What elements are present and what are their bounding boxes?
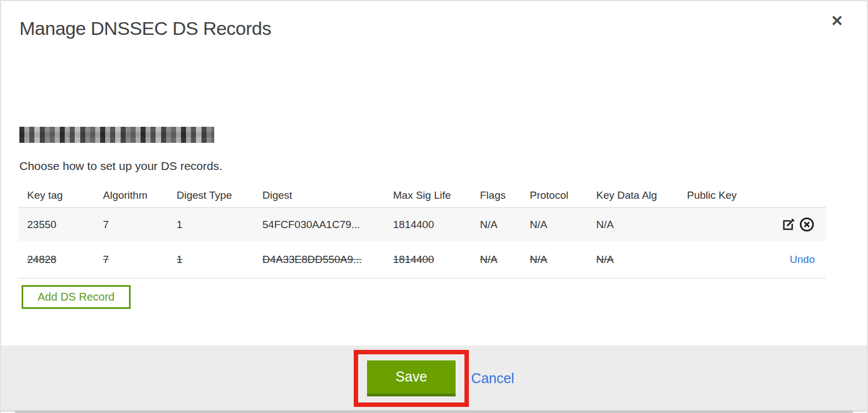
cell-key-data-alg: N/A	[587, 219, 678, 231]
cell-algorithm: 7	[94, 254, 167, 266]
cell-digest: D4A33E8DD550A9...	[253, 254, 384, 266]
cell-max-sig-life: 1814400	[384, 219, 471, 231]
cell-algorithm: 7	[94, 219, 167, 231]
delete-icon	[799, 216, 815, 233]
edit-record-button[interactable]	[780, 216, 797, 233]
close-icon: ✕	[831, 13, 844, 29]
column-header-public-key: Public Key	[678, 189, 754, 202]
table-row: 23550 7 1 54FCF030AA1C79... 1814400 N/A …	[18, 208, 826, 241]
ds-records-table: Key tag Algorithm Digest Type Digest Max…	[18, 184, 826, 278]
cancel-link[interactable]: Cancel	[471, 370, 514, 386]
cell-protocol: N/A	[520, 219, 587, 231]
column-header-digest: Digest	[253, 189, 384, 202]
cell-flags: N/A	[471, 254, 520, 266]
column-header-key-data-alg: Key Data Alg	[587, 189, 678, 202]
column-header-max-sig-life: Max Sig Life	[384, 189, 471, 202]
table-header-row: Key tag Algorithm Digest Type Digest Max…	[18, 184, 826, 208]
dnssec-modal: Manage DNSSEC DS Records ✕ Choose how to…	[0, 0, 868, 413]
cell-digest-type: 1	[167, 254, 253, 266]
cell-protocol: N/A	[520, 254, 587, 266]
column-header-key-tag: Key tag	[18, 189, 94, 202]
cell-flags: N/A	[471, 219, 520, 231]
row-actions: Undo	[754, 254, 826, 266]
cell-digest: 54FCF030AA1C79...	[253, 219, 384, 231]
undo-link[interactable]: Undo	[790, 254, 815, 266]
column-header-algorithm: Algorithm	[94, 189, 167, 202]
close-button[interactable]: ✕	[827, 11, 847, 31]
cell-key-data-alg: N/A	[587, 254, 678, 266]
cell-key-tag: 24828	[18, 254, 94, 266]
column-header-flags: Flags	[471, 189, 520, 202]
column-header-digest-type: Digest Type	[167, 189, 253, 202]
table-row: 24828 7 1 D4A33E8DD550A9... 1814400 N/A …	[18, 241, 826, 278]
delete-record-button[interactable]	[798, 216, 815, 233]
annotation-highlight-box: Save	[354, 350, 469, 407]
page-title: Manage DNSSEC DS Records	[19, 18, 867, 39]
modal-bottom-shadow	[15, 410, 853, 413]
modal-footer: Save Cancel	[1, 345, 867, 411]
intro-text: Choose how to set up your DS records.	[19, 159, 223, 173]
add-ds-record-button[interactable]: Add DS Record	[22, 285, 131, 309]
row-actions	[754, 216, 826, 233]
cell-max-sig-life: 1814400	[384, 254, 471, 266]
save-button[interactable]: Save	[367, 360, 456, 396]
cell-digest-type: 1	[167, 219, 253, 231]
cell-key-tag: 23550	[18, 219, 94, 231]
column-header-protocol: Protocol	[520, 189, 587, 202]
edit-icon	[781, 217, 796, 232]
redacted-domain-name	[19, 127, 214, 143]
